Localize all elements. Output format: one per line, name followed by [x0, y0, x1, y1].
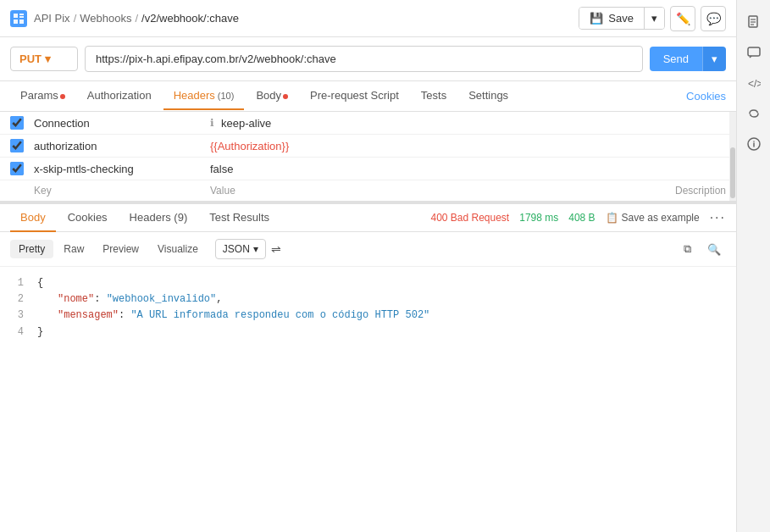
main-content: API Pix / Webhooks / /v2/webhook/:chave … [0, 0, 736, 532]
response-tab-cookies[interactable]: Cookies [58, 204, 118, 232]
comment-button[interactable]: 💬 [701, 6, 726, 31]
response-tabs: Body Cookies Headers (9) Test Results 40… [0, 202, 736, 232]
search-icon: 🔍 [707, 243, 721, 256]
header-value-3: false [203, 163, 726, 175]
format-tab-pretty[interactable]: Pretty [10, 240, 53, 258]
header-key-1: Connection [34, 117, 203, 130]
response-tab-body[interactable]: Body [10, 204, 56, 232]
headers-badge: (10) [218, 91, 235, 101]
svg-rect-4 [19, 19, 24, 24]
svg-rect-9 [748, 47, 760, 56]
status-badge: 400 Bad Request [430, 212, 509, 224]
method-select[interactable]: PUT ▾ [10, 47, 78, 71]
pencil-icon: ✏️ [676, 12, 690, 25]
url-input[interactable] [85, 46, 643, 72]
right-bar-document-icon[interactable] [740, 8, 767, 36]
tab-headers[interactable]: Headers(10) [163, 82, 245, 110]
tab-body[interactable]: Body [246, 82, 298, 110]
line-content: } [37, 324, 726, 341]
save-icon: 💾 [590, 12, 603, 25]
save-example-button[interactable]: 📋 Save as example [606, 212, 700, 224]
save-label: Save [608, 12, 634, 25]
header-checkbox-1[interactable] [10, 116, 24, 130]
top-bar: API Pix / Webhooks / /v2/webhook/:chave … [0, 0, 736, 37]
format-tab-raw[interactable]: Raw [55, 240, 92, 258]
tab-tests[interactable]: Tests [411, 82, 457, 110]
format-chevron-icon: ▾ [253, 243, 258, 255]
scroll-track [729, 112, 736, 201]
line-content: "nome": "webhook_invalido", [37, 291, 726, 308]
tab-settings[interactable]: Settings [458, 82, 518, 110]
response-code-area: 1 { 2 "nome": "webhook_invalido", 3 "men… [0, 267, 736, 532]
right-bar-sync-icon[interactable] [740, 100, 767, 127]
headers-column-labels: Key Value Description [0, 180, 736, 201]
table-row: Connection ℹ keep-alive [0, 112, 736, 135]
format-tab-preview[interactable]: Preview [94, 240, 147, 258]
table-row: authorization {{Authorization}} [0, 135, 736, 158]
status-time: 1798 ms [519, 212, 558, 224]
method-chevron-icon: ▾ [45, 53, 51, 65]
tab-params[interactable]: Params [10, 82, 75, 110]
format-type-select[interactable]: JSON ▾ [215, 239, 266, 259]
scroll-thumb[interactable] [730, 147, 735, 198]
line-number: 3 [10, 308, 24, 324]
format-type-label: JSON [223, 243, 250, 255]
search-button[interactable]: 🔍 [702, 237, 726, 261]
line-number: 1 [10, 275, 24, 291]
send-label: Send [663, 53, 689, 65]
save-dropdown-button[interactable]: ▾ [644, 8, 664, 29]
app-icon [10, 10, 27, 27]
tab-prerequest[interactable]: Pre-request Script [300, 82, 409, 110]
chevron-down-icon: ▾ [651, 12, 657, 25]
line-content: "mensagem": "A URL informada respondeu c… [37, 308, 726, 324]
send-button-group: Send ▾ [650, 47, 726, 71]
code-line-1: 1 { [10, 275, 726, 291]
tab-authorization[interactable]: Authorization [77, 82, 162, 110]
right-bar-comment-icon[interactable] [740, 39, 767, 66]
comment-icon: 💬 [706, 12, 721, 25]
line-content: { [37, 275, 726, 291]
response-tab-headers[interactable]: Headers (9) [119, 204, 198, 232]
code-line-3: 3 "mensagem": "A URL informada respondeu… [10, 308, 726, 324]
cookies-link[interactable]: Cookies [686, 90, 726, 103]
table-row: x-skip-mtls-checking false [0, 158, 736, 180]
breadcrumb-section: Webhooks [80, 12, 131, 25]
header-key-3: x-skip-mtls-checking [34, 163, 203, 175]
header-checkbox-3[interactable] [10, 162, 24, 175]
svg-text:</>: </> [748, 78, 761, 90]
svg-rect-2 [19, 16, 24, 18]
status-size: 408 B [568, 212, 595, 224]
toolbar-right-actions: ⧉ 🔍 [675, 237, 726, 261]
header-checkbox-2[interactable] [10, 139, 24, 152]
code-line-2: 2 "nome": "webhook_invalido", [10, 291, 726, 308]
line-number: 4 [10, 324, 24, 341]
body-dot [283, 94, 288, 99]
format-tab-visualize[interactable]: Visualize [149, 240, 207, 258]
copy-button[interactable]: ⧉ [675, 237, 699, 261]
headers-table: Connection ℹ keep-alive authorization {{… [0, 112, 736, 202]
header-value-2: {{Authorization}} [203, 140, 726, 152]
top-bar-actions: 💾 Save ▾ ✏️ 💬 [579, 6, 726, 31]
response-tab-test-results[interactable]: Test Results [199, 204, 280, 232]
breadcrumb-current: /v2/webhook/:chave [141, 12, 239, 25]
save-button-group: 💾 Save ▾ [579, 7, 665, 30]
header-value-1: keep-alive [214, 117, 726, 130]
save-example-label: Save as example [622, 212, 700, 224]
send-button[interactable]: Send [650, 47, 702, 71]
save-button[interactable]: 💾 Save [579, 8, 644, 29]
col-value-label: Value [203, 185, 675, 197]
right-sidebar: </> [736, 0, 770, 532]
response-status: 400 Bad Request 1798 ms 408 B 📋 Save as … [430, 210, 726, 225]
edit-button[interactable]: ✏️ [670, 6, 695, 31]
params-dot [60, 94, 65, 99]
svg-rect-1 [19, 14, 24, 15]
breadcrumb: API Pix / Webhooks / /v2/webhook/:chave [10, 10, 572, 27]
svg-rect-3 [14, 19, 18, 24]
filter-icon[interactable]: ⇌ [271, 242, 281, 256]
right-bar-info-icon[interactable] [740, 130, 767, 158]
svg-point-13 [753, 141, 755, 142]
send-dropdown-button[interactable]: ▾ [702, 47, 726, 71]
col-key-label: Key [34, 185, 203, 197]
more-options-button[interactable]: ··· [710, 210, 726, 225]
right-bar-code-icon[interactable]: </> [740, 69, 767, 97]
